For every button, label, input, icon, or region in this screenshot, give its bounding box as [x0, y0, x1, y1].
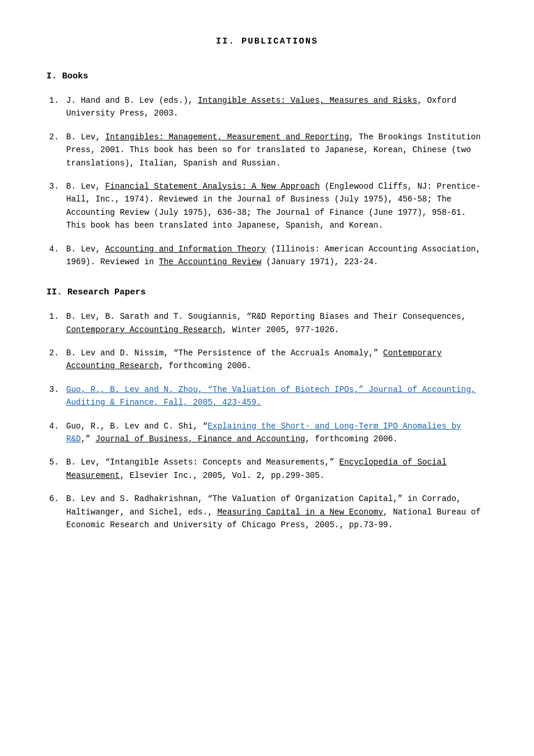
paper-2-text: B. Lev and D. Nissim, “The Persistence o… [66, 348, 383, 358]
paper-4-mid: ,” [81, 434, 95, 444]
book-2-prefix: B. Lev, [66, 132, 105, 142]
list-item: B. Lev and D. Nissim, “The Persistence o… [64, 347, 488, 373]
list-item: B. Lev and S. Radhakrishnan, “The Valuat… [64, 492, 488, 531]
books-section: I. Books J. Hand and B. Lev (eds.), Inta… [46, 70, 488, 268]
list-item: B. Lev, Intangibles: Management, Measure… [64, 131, 488, 170]
paper-3-full[interactable]: Guo, R., B. Lev and N. Zhou, “The Valuat… [66, 385, 476, 407]
paper-3-journal: Journal of Accounting, Auditing & Financ… [66, 385, 476, 407]
list-item: B. Lev, Financial Statement Analysis: A … [64, 180, 488, 232]
book-4-prefix: B. Lev, [66, 244, 105, 254]
book-4-title: Accounting and Information Theory [105, 244, 266, 254]
paper-4-prefix: Guo, R., B. Lev and C. Shi, “ [66, 422, 208, 431]
book-1-prefix: J. Hand and B. Lev (eds.), [66, 96, 198, 105]
list-item: B. Lev, B. Sarath and T. Sougiannis, “R&… [64, 310, 488, 336]
paper-1-text: B. Lev, B. Sarath and T. Sougiannis, “R&… [66, 312, 466, 321]
research-papers-heading: II. Research Papers [46, 286, 488, 300]
book-3-title: Financial Statement Analysis: A New Appr… [105, 182, 320, 191]
book-4-journal: The Accounting Review [159, 257, 261, 267]
list-item: B. Lev, “Intangible Assets: Concepts and… [64, 456, 488, 482]
paper-1-journal: Contemporary Accounting Research [66, 325, 222, 334]
paper-4-journal: Journal of Business, Finance and Account… [95, 434, 305, 444]
book-3-prefix: B. Lev, [66, 182, 105, 191]
paper-5-suffix: , Elsevier Inc., 2005, Vol. 2, pp.299-30… [120, 471, 324, 480]
research-papers-section: II. Research Papers B. Lev, B. Sarath an… [46, 286, 488, 531]
paper-5-text: B. Lev, “Intangible Assets: Concepts and… [66, 458, 339, 467]
paper-1-suffix: , Winter 2005, 977-1026. [222, 325, 340, 334]
list-item: J. Hand and B. Lev (eds.), Intangible As… [64, 94, 488, 120]
list-item: B. Lev, Accounting and Information Theor… [64, 243, 488, 269]
books-heading: I. Books [46, 70, 488, 84]
paper-4-suffix: , forthcoming 2006. [305, 434, 398, 444]
book-1-title: Intangible Assets: Values, Measures and … [198, 96, 417, 105]
research-papers-list: B. Lev, B. Sarath and T. Sougiannis, “R&… [64, 310, 488, 531]
page-title: II. PUBLICATIONS [46, 35, 488, 49]
paper-6-title: Measuring Capital in a New Economy [217, 507, 383, 517]
book-2-title: Intangibles: Management, Measurement and… [105, 132, 349, 142]
books-list: J. Hand and B. Lev (eds.), Intangible As… [64, 94, 488, 268]
list-item: Guo, R., B. Lev and C. Shi, “Explaining … [64, 420, 488, 446]
paper-2-suffix: , forthcoming 2006. [159, 361, 252, 370]
list-item: Guo, R., B. Lev and N. Zhou, “The Valuat… [64, 383, 488, 409]
book-4-suffix: (January 1971), 223-24. [261, 257, 378, 267]
